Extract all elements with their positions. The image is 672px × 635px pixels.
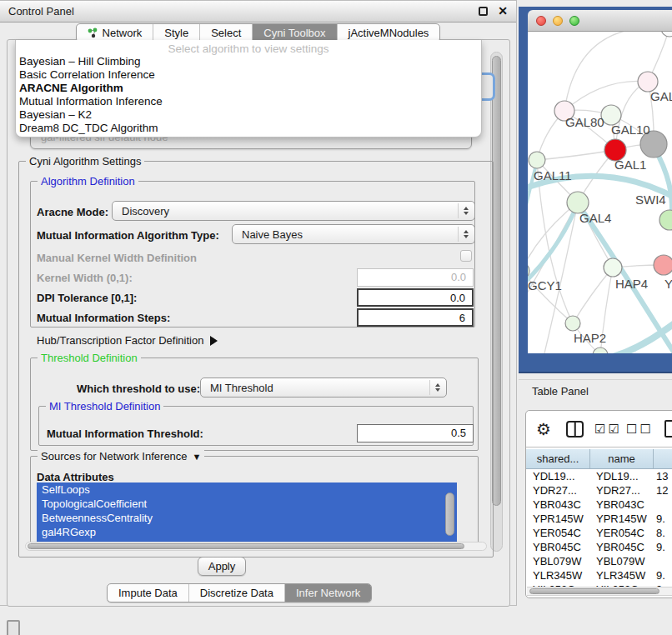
table-cell[interactable]: 12	[651, 483, 668, 498]
control-panel-titlebar: Control Panel ✕	[0, 1, 516, 22]
close-traffic-light-icon[interactable]	[536, 16, 546, 26]
network-window-titlebar[interactable]	[528, 10, 672, 32]
attribute-list-item[interactable]: gal4RGexp	[37, 525, 457, 539]
network-edge-thick[interactable]	[607, 312, 672, 353]
mi-threshold-input[interactable]: 0.5	[357, 424, 474, 442]
attribute-list-item[interactable]: BetweennessCentrality	[37, 511, 457, 525]
table-horizontal-scrollbar[interactable]	[527, 587, 672, 596]
tab-network[interactable]: Network	[77, 24, 154, 42]
table-cell[interactable]: 9.	[651, 568, 665, 582]
column-header-cut[interactable]	[654, 449, 672, 468]
tab-cyni-toolbox[interactable]: Cyni Toolbox	[253, 24, 337, 42]
table-row[interactable]: YLR345WYLR345W9.	[526, 568, 672, 582]
table-row[interactable]: YDL19...YDL19...13	[526, 469, 672, 483]
network-node-hap2[interactable]	[565, 316, 580, 331]
table-cell[interactable]: YER054C	[526, 526, 589, 540]
table-cell[interactable]: YBL079W	[526, 554, 589, 568]
network-node[interactable]	[593, 348, 608, 353]
manual-kernel-checkbox[interactable]	[460, 250, 472, 262]
tab-infer-network[interactable]: Infer Network	[285, 584, 371, 602]
tab-style[interactable]: Style	[153, 24, 200, 42]
table-cell[interactable]: YBL079W	[589, 554, 651, 568]
table-cell[interactable]: YPR145W	[526, 512, 589, 526]
collapsed-panel-icon[interactable]	[7, 620, 20, 635]
table-row[interactable]: YDR27...YDR27...12	[526, 483, 672, 498]
apply-button[interactable]: Apply	[198, 557, 246, 576]
table-cell[interactable]: 13	[651, 469, 668, 483]
checked-boxes-icon[interactable]: ☑☑	[594, 422, 622, 437]
tab-select[interactable]: Select	[200, 24, 253, 42]
attribute-list-item[interactable]: SelfLoops	[37, 482, 457, 497]
table-cell[interactable]: YBR045C	[526, 540, 589, 554]
attribute-list-item[interactable]: TopologicalCoefficient	[37, 497, 457, 511]
tab-discretize-data[interactable]: Discretize Data	[189, 584, 285, 602]
table-cell[interactable]: 9.	[651, 512, 665, 526]
attributes-list-scrollbar-thumb[interactable]	[445, 492, 454, 536]
table-row[interactable]: YBR043CYBR043C	[526, 498, 672, 512]
table-row[interactable]: YER054CYER054C8.	[526, 526, 672, 540]
network-node-swi4[interactable]	[659, 210, 672, 230]
table-cell[interactable]: YBR045C	[589, 540, 651, 554]
table-cell[interactable]: YDR27...	[589, 483, 651, 498]
dropdown-item[interactable]: Dream8 DC_TDC Algorithm	[16, 122, 481, 135]
table-horizontal-scrollbar-thumb[interactable]	[529, 588, 659, 594]
table-row[interactable]: YBR045CYBR045C9.	[526, 540, 672, 554]
column-header-name[interactable]: name	[590, 449, 654, 468]
zoom-traffic-light-icon[interactable]	[569, 16, 579, 26]
hub-definition-expander[interactable]: Hub/Transcription Factor Definition	[37, 334, 218, 347]
tab-jactivemnodules[interactable]: jActiveMNodules	[338, 24, 440, 42]
table-cell[interactable]: YBR043C	[589, 498, 651, 512]
table-cell[interactable]: YLR345W	[589, 568, 651, 582]
minimize-traffic-light-icon[interactable]	[553, 16, 563, 26]
dpi-tolerance-input[interactable]: 0.0	[357, 288, 474, 307]
page-icon[interactable]	[664, 420, 672, 438]
column-header-shared-name[interactable]: shared...	[526, 449, 590, 468]
settings-horizontal-scrollbar[interactable]	[25, 542, 487, 551]
table-cell[interactable]: YDR27...	[526, 483, 589, 498]
kernel-width-input[interactable]: 0.0	[357, 268, 474, 287]
dropdown-item[interactable]: Basic Correlation Inference	[16, 68, 481, 82]
network-node-label: SWI4	[635, 192, 666, 207]
table-cell[interactable]: YER054C	[589, 526, 651, 540]
tab-label: Select	[211, 27, 241, 39]
table-row[interactable]: YBL079WYBL079W	[526, 554, 672, 568]
dropdown-item[interactable]: Bayesian – Hill Climbing	[16, 55, 481, 68]
table-row[interactable]: YPR145WYPR145W9.	[526, 512, 672, 526]
network-node-label: GAL10	[611, 122, 650, 137]
dropdown-item[interactable]: Mutual Information Inference	[16, 95, 481, 108]
network-edge[interactable]	[573, 268, 613, 323]
table-cell[interactable]	[651, 554, 656, 568]
mi-algorithm-type-label: Mutual Information Algorithm Type:	[37, 229, 219, 242]
float-window-icon[interactable]	[479, 7, 488, 16]
bottom-tab-strip: Impute DataDiscretize DataInfer Network	[107, 583, 372, 602]
network-canvas[interactable]: GALGAL80GAL10GAL1GAL11SWI4GAL4GCY1HAP4YH…	[528, 32, 672, 353]
network-edge[interactable]	[537, 150, 615, 160]
gear-icon[interactable]: ⚙	[536, 419, 551, 439]
mi-algorithm-type-combo[interactable]: Naive Bayes	[232, 224, 475, 244]
table-cell[interactable]: YDL19...	[589, 469, 651, 483]
settings-horizontal-scrollbar-thumb[interactable]	[28, 543, 464, 549]
column-layout-icon[interactable]	[566, 421, 584, 438]
network-node-hap4[interactable]	[604, 258, 622, 277]
unchecked-boxes-icon[interactable]: ☐☐	[626, 422, 654, 437]
collapse-arrow-icon[interactable]: ▼	[193, 452, 202, 462]
network-node-gal11[interactable]	[529, 152, 545, 168]
dropdown-item[interactable]: ARACNE Algorithm	[16, 82, 481, 95]
network-node-y[interactable]	[654, 255, 672, 275]
table-cell[interactable]: YPR145W	[589, 512, 651, 526]
which-threshold-value: MI Threshold	[210, 382, 273, 394]
table-cell[interactable]: YBR043C	[526, 498, 589, 512]
table-cell[interactable]	[651, 498, 656, 512]
sources-group-clip: Sources for Network Inference ▼ Data Att…	[23, 449, 479, 542]
table-cell[interactable]: 9.	[651, 540, 665, 554]
network-node[interactable]	[661, 32, 672, 37]
tab-impute-data[interactable]: Impute Data	[108, 584, 189, 602]
table-cell[interactable]: YDL19...	[526, 469, 589, 483]
table-cell[interactable]: 8.	[651, 526, 665, 540]
dropdown-item[interactable]: Bayesian – K2	[16, 108, 481, 122]
aracne-mode-combo[interactable]: Discovery	[112, 201, 475, 221]
mi-steps-input[interactable]: 6	[357, 308, 474, 327]
table-cell[interactable]: YLR345W	[526, 568, 589, 582]
close-icon[interactable]: ✕	[498, 7, 508, 16]
which-threshold-combo[interactable]: MI Threshold	[200, 378, 447, 398]
